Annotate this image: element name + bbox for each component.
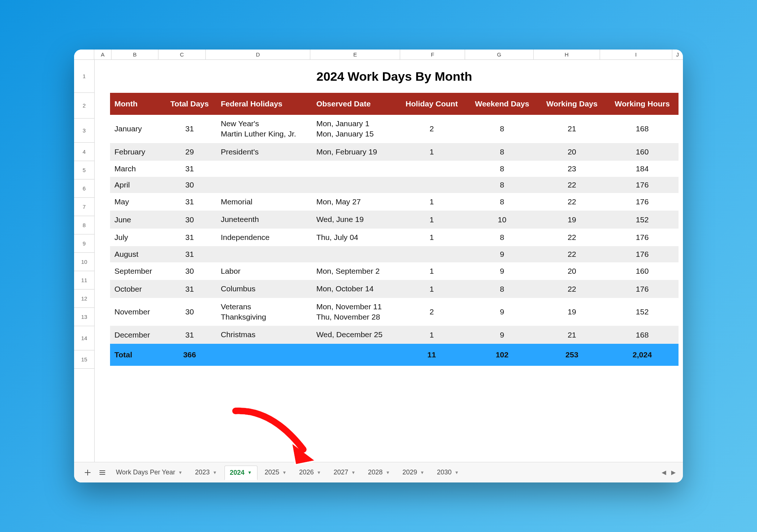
cell-working-days[interactable]: 19 <box>538 298 606 326</box>
cell-observed-date[interactable]: Mon, May 27 <box>312 193 397 211</box>
col-header-A[interactable]: A <box>94 50 111 59</box>
cell-total-days[interactable]: 31 <box>163 229 216 246</box>
cell-holiday-count[interactable]: 1 <box>397 326 467 343</box>
row-header-9[interactable]: 9 <box>74 234 94 253</box>
tab-2023[interactable]: 2023▼ <box>190 465 222 480</box>
cell-working-hours[interactable]: 152 <box>606 211 679 228</box>
cell-observed-date[interactable] <box>312 177 397 193</box>
cell-month[interactable]: July <box>110 229 163 246</box>
cell-weekend-days[interactable]: 8 <box>466 143 538 161</box>
row-header-14[interactable]: 14 <box>74 326 94 350</box>
cell-federal-holidays[interactable]: Independence <box>216 229 312 246</box>
cell-weekend-days[interactable]: 8 <box>466 229 538 246</box>
cell-month[interactable]: May <box>110 193 163 211</box>
cell-month[interactable]: November <box>110 298 163 326</box>
row-header-11[interactable]: 11 <box>74 271 94 289</box>
cell-working-hours[interactable]: 184 <box>606 161 679 177</box>
cell-total-days[interactable]: 31 <box>163 326 216 343</box>
col-header-F[interactable]: F <box>400 50 465 59</box>
cell-observed-date[interactable]: Thu, July 04 <box>312 229 397 246</box>
cell-month[interactable]: June <box>110 211 163 228</box>
tab-2027[interactable]: 2027▼ <box>328 465 361 480</box>
all-sheets-button[interactable] <box>96 466 109 479</box>
cell-federal-holidays[interactable]: President's <box>216 143 312 161</box>
tab-2026[interactable]: 2026▼ <box>294 465 326 480</box>
cell-holiday-count[interactable] <box>397 177 467 193</box>
col-header-G[interactable]: G <box>465 50 534 59</box>
cell-observed-date[interactable] <box>312 161 397 177</box>
row-header-12[interactable]: 12 <box>74 289 94 308</box>
cell-working-hours[interactable]: 176 <box>606 193 679 211</box>
row-header-10[interactable]: 10 <box>74 253 94 271</box>
cell-total-days[interactable]: 31 <box>163 161 216 177</box>
cell-federal-holidays[interactable]: Juneteenth <box>216 211 312 228</box>
col-header-J[interactable]: J <box>672 50 683 59</box>
cell-working-days[interactable]: 23 <box>538 161 606 177</box>
cell-total-days[interactable]: 31 <box>163 280 216 298</box>
tab-scroll-left[interactable]: ◀ <box>662 469 666 476</box>
row-header-6[interactable]: 6 <box>74 179 94 198</box>
row-header-13[interactable]: 13 <box>74 308 94 326</box>
cell-holiday-count[interactable]: 1 <box>397 193 467 211</box>
cell-weekend-days[interactable]: 8 <box>466 161 538 177</box>
cell-federal-holidays[interactable] <box>216 161 312 177</box>
tab-2024[interactable]: 2024▼ <box>224 466 257 480</box>
tab-2025[interactable]: 2025▼ <box>260 465 292 480</box>
cell-observed-date[interactable]: Mon, November 11 Thu, November 28 <box>312 298 397 326</box>
cell-observed-date[interactable]: Mon, September 2 <box>312 262 397 280</box>
row-header-1[interactable]: 1 <box>74 60 94 93</box>
cell-month[interactable]: February <box>110 143 163 161</box>
tab-2029[interactable]: 2029▼ <box>397 465 429 480</box>
cell-federal-holidays[interactable]: Columbus <box>216 280 312 298</box>
row-header-15[interactable]: 15 <box>74 350 94 369</box>
cell-federal-holidays[interactable] <box>216 177 312 193</box>
cell-month[interactable]: January <box>110 115 163 143</box>
cell-holiday-count[interactable]: 1 <box>397 211 467 228</box>
cell-month[interactable]: September <box>110 262 163 280</box>
col-header-H[interactable]: H <box>534 50 600 59</box>
cell-working-hours[interactable]: 176 <box>606 229 679 246</box>
cell-holiday-count[interactable]: 1 <box>397 143 467 161</box>
cell-working-days[interactable]: 22 <box>538 246 606 262</box>
add-sheet-button[interactable] <box>81 466 94 479</box>
cell-working-days[interactable]: 21 <box>538 115 606 143</box>
cell-federal-holidays[interactable]: New Year's Martin Luther King, Jr. <box>216 115 312 143</box>
cell-working-days[interactable]: 21 <box>538 326 606 343</box>
cell-month[interactable]: March <box>110 161 163 177</box>
cell-weekend-days[interactable]: 9 <box>466 246 538 262</box>
cell-federal-holidays[interactable]: Memorial <box>216 193 312 211</box>
row-header-3[interactable]: 3 <box>74 119 94 143</box>
row-header-7[interactable]: 7 <box>74 198 94 216</box>
cell-holiday-count[interactable]: 1 <box>397 229 467 246</box>
cell-weekend-days[interactable]: 8 <box>466 280 538 298</box>
cell-holiday-count[interactable]: 2 <box>397 298 467 326</box>
cell-observed-date[interactable]: Mon, January 1 Mon, January 15 <box>312 115 397 143</box>
cell-federal-holidays[interactable]: Christmas <box>216 326 312 343</box>
cell-holiday-count[interactable] <box>397 161 467 177</box>
tab-2030[interactable]: 2030▼ <box>432 465 464 480</box>
cells-area[interactable]: 2024 Work Days By Month Month Total Days… <box>95 60 683 462</box>
cell-weekend-days[interactable]: 8 <box>466 193 538 211</box>
cell-total-days[interactable]: 31 <box>163 193 216 211</box>
cell-weekend-days[interactable]: 9 <box>466 262 538 280</box>
cell-month[interactable]: December <box>110 326 163 343</box>
col-header-E[interactable]: E <box>310 50 400 59</box>
cell-weekend-days[interactable]: 9 <box>466 298 538 326</box>
cell-federal-holidays[interactable]: Veterans Thanksgiving <box>216 298 312 326</box>
cell-total-days[interactable]: 29 <box>163 143 216 161</box>
cell-federal-holidays[interactable]: Labor <box>216 262 312 280</box>
cell-month[interactable]: April <box>110 177 163 193</box>
cell-working-days[interactable]: 20 <box>538 262 606 280</box>
row-header-4[interactable]: 4 <box>74 143 94 161</box>
cell-working-hours[interactable]: 176 <box>606 177 679 193</box>
cell-working-days[interactable]: 22 <box>538 177 606 193</box>
cell-total-days[interactable]: 30 <box>163 177 216 193</box>
cell-working-days[interactable]: 22 <box>538 193 606 211</box>
cell-month[interactable]: October <box>110 280 163 298</box>
row-header-2[interactable]: 2 <box>74 93 94 119</box>
cell-weekend-days[interactable]: 8 <box>466 177 538 193</box>
cell-total-days[interactable]: 31 <box>163 115 216 143</box>
cell-weekend-days[interactable]: 8 <box>466 115 538 143</box>
cell-observed-date[interactable]: Mon, October 14 <box>312 280 397 298</box>
col-header-C[interactable]: C <box>158 50 206 59</box>
